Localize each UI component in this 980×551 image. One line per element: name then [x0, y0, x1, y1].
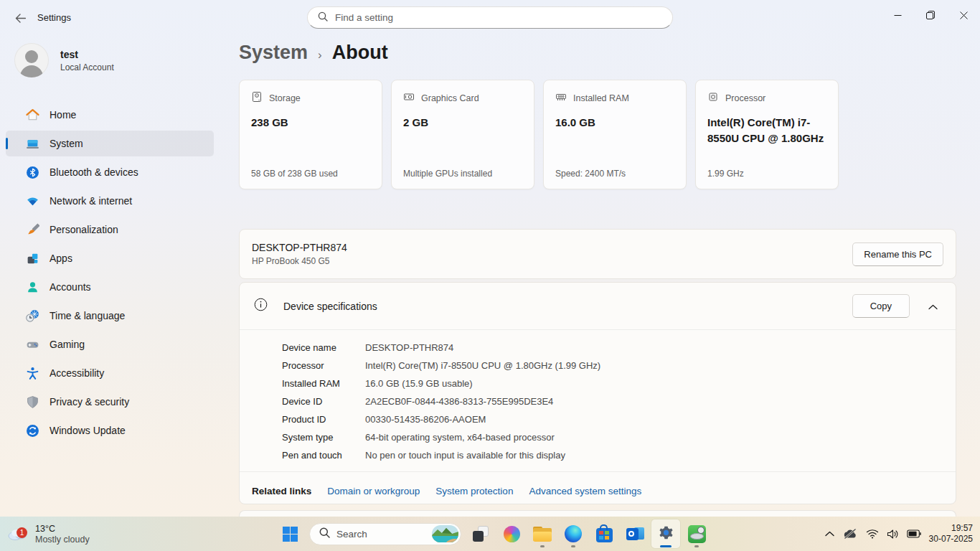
- sidebar-item-label: Windows Update: [50, 425, 126, 436]
- file-explorer-icon: [533, 527, 552, 542]
- spec-row: Device name DESKTOP-PTHR874: [282, 339, 956, 357]
- running-indicator: [694, 545, 699, 547]
- sidebar-item-label: Privacy & security: [50, 396, 129, 408]
- storage-icon: [251, 91, 263, 105]
- breadcrumb-separator: ›: [318, 48, 322, 62]
- taskbar-center: Search: [275, 517, 711, 551]
- taskbar: 1 13°C Mostly cloudy Search: [0, 517, 980, 551]
- cpu-icon: [707, 91, 719, 105]
- spec-row: Processor Intel(R) Core(TM) i7-8550U CPU…: [282, 357, 956, 375]
- sidebar-item-windows-update[interactable]: Windows Update: [6, 418, 214, 443]
- sidebar-item-label: Accessibility: [50, 367, 104, 379]
- start-button[interactable]: [275, 519, 304, 548]
- task-view-button[interactable]: [466, 519, 495, 548]
- sidebar-item-label: Home: [50, 109, 76, 121]
- card-detail: Speed: 2400 MT/s: [555, 169, 626, 179]
- card-title: Installed RAM: [573, 93, 629, 103]
- main-content: System › About Storage 238 GB 58 GB of 2…: [239, 34, 956, 517]
- minimize-button[interactable]: [881, 0, 914, 30]
- sidebar-item-apps[interactable]: Apps: [6, 245, 214, 271]
- find-setting-searchbox[interactable]: [307, 6, 673, 29]
- running-indicator: [540, 545, 545, 547]
- sidebar-item-personalization[interactable]: Personalization: [6, 217, 214, 242]
- disk-tool-button[interactable]: [682, 519, 711, 548]
- system-icon: [26, 137, 39, 151]
- sidebar-item-network-internet[interactable]: Network & internet: [6, 188, 214, 214]
- breadcrumb-system[interactable]: System: [239, 42, 308, 64]
- privacy-icon: [26, 395, 39, 409]
- onedrive-paused-icon[interactable]: [842, 528, 858, 540]
- related-links-label: Related links: [252, 486, 311, 496]
- time-language-icon: [26, 309, 39, 323]
- user-account-type: Local Account: [60, 62, 114, 72]
- sidebar-item-system[interactable]: System: [6, 131, 214, 156]
- spec-label: Device ID: [282, 396, 365, 407]
- processor-card[interactable]: Processor Intel(R) Core(TM) i7-8550U CPU…: [695, 80, 839, 189]
- tray-clock[interactable]: 19:57 30-07-2025: [929, 523, 973, 545]
- spec-row: Device ID 2A2ECB0F-0844-4386-8313-755E99…: [282, 392, 956, 410]
- sidebar-item-gaming[interactable]: Gaming: [6, 331, 214, 357]
- settings-button[interactable]: [651, 519, 680, 548]
- specs-list: Device name DESKTOP-PTHR874 Processor In…: [240, 330, 956, 471]
- outlook-icon: [626, 526, 644, 542]
- copy-button[interactable]: Copy: [852, 294, 910, 318]
- user-account-card[interactable]: test Local Account: [14, 43, 114, 77]
- volume-icon[interactable]: [887, 529, 899, 540]
- sidebar-item-time-language[interactable]: Time & language: [6, 303, 214, 329]
- rename-pc-button[interactable]: Rename this PC: [852, 242, 943, 266]
- weather-cloud-icon: 1: [7, 524, 29, 544]
- outlook-button[interactable]: [621, 519, 649, 548]
- card-title: Storage: [269, 93, 301, 103]
- weather-widget[interactable]: 1 13°C Mostly cloudy: [7, 517, 90, 551]
- windows-update-icon: [26, 424, 39, 438]
- spec-value: Intel(R) Core(TM) i7-8550U CPU @ 1.80GHz…: [365, 360, 600, 371]
- spec-value: 16.0 GB (15.9 GB usable): [365, 378, 473, 389]
- card-value: 2 GB: [403, 115, 522, 131]
- search-input[interactable]: [335, 12, 662, 23]
- device-specifications-header[interactable]: Device specifications Copy: [240, 283, 956, 329]
- installed-ram-card[interactable]: Installed RAM 16.0 GB Speed: 2400 MT/s: [543, 80, 687, 189]
- hidden-icons-chevron[interactable]: [825, 531, 834, 537]
- search-icon: [318, 11, 328, 24]
- window-title: Settings: [37, 12, 71, 23]
- wifi-icon[interactable]: [866, 529, 879, 539]
- taskbar-search[interactable]: Search: [309, 523, 461, 545]
- breadcrumb: System › About: [239, 42, 388, 64]
- sidebar-item-label: Personalization: [50, 224, 118, 235]
- disk-tool-icon: [688, 525, 706, 543]
- info-icon: [254, 298, 268, 314]
- sidebar-item-privacy-security[interactable]: Privacy & security: [6, 389, 214, 415]
- card-title: Graphics Card: [421, 93, 479, 103]
- titlebar: Settings: [0, 0, 980, 34]
- link-advanced-system-settings[interactable]: Advanced system settings: [529, 486, 641, 496]
- spec-label: Installed RAM: [282, 378, 365, 389]
- sidebar-item-label: Time & language: [50, 310, 125, 321]
- accounts-icon: [26, 281, 39, 294]
- sidebar-item-bluetooth-devices[interactable]: Bluetooth & devices: [6, 159, 214, 185]
- weather-condition: Mostly cloudy: [35, 534, 90, 545]
- sidebar-item-accessibility[interactable]: Accessibility: [6, 360, 214, 386]
- close-button[interactable]: [947, 0, 980, 30]
- edge-button[interactable]: [559, 519, 588, 548]
- device-name: DESKTOP-PTHR874: [252, 242, 347, 253]
- storage-card[interactable]: Storage 238 GB 58 GB of 238 GB used: [239, 80, 382, 189]
- battery-icon[interactable]: [907, 529, 921, 538]
- copilot-button[interactable]: [497, 519, 526, 548]
- sidebar-item-label: Accounts: [50, 281, 91, 293]
- sidebar-item-home[interactable]: Home: [6, 102, 214, 128]
- ram-icon: [555, 91, 567, 105]
- home-icon: [26, 108, 39, 122]
- card-value: 238 GB: [251, 115, 370, 131]
- chevron-up-icon[interactable]: [928, 300, 938, 313]
- spec-value: No pen or touch input is available for t…: [365, 450, 565, 461]
- back-button[interactable]: [9, 9, 32, 27]
- link-domain-or-workgroup[interactable]: Domain or workgroup: [327, 486, 420, 496]
- restore-button[interactable]: [914, 0, 947, 30]
- graphics-card-card[interactable]: Graphics Card 2 GB Multiple GPUs install…: [391, 80, 534, 189]
- file-explorer-button[interactable]: [528, 519, 557, 548]
- sidebar-item-accounts[interactable]: Accounts: [6, 274, 214, 300]
- microsoft-store-icon: [596, 528, 613, 542]
- link-system-protection[interactable]: System protection: [435, 486, 513, 496]
- microsoft-store-button[interactable]: [590, 519, 618, 548]
- tray-date: 30-07-2025: [929, 534, 973, 545]
